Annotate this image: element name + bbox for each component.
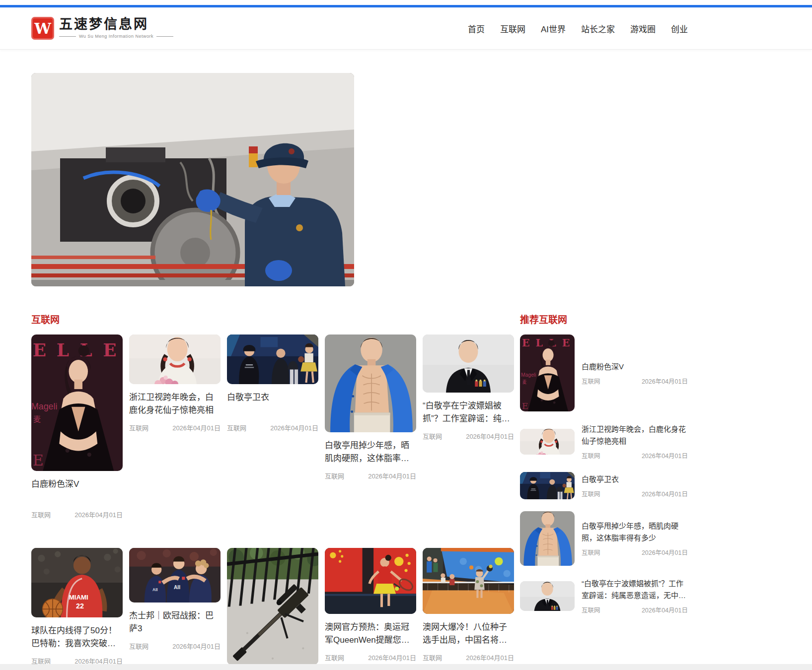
article-title[interactable]: 白敬亭卫衣 <box>227 391 318 417</box>
article-title[interactable]: 澳网大爆冷！八位种子选手出局，中国名将过关，前… <box>423 621 514 647</box>
page-footer <box>0 664 812 670</box>
recommended-item[interactable]: “白敬亭在宁波嫖娼被抓”？工作室辟谣：纯属恶意造谣，无中… 互联网2026年04… <box>520 578 688 614</box>
site-logo[interactable]: W 五速梦信息网 Wu Su Meng Information Network <box>31 17 173 40</box>
article-image[interactable] <box>227 335 318 384</box>
nav-item-gaming-circle[interactable]: 游戏圈 <box>630 22 656 35</box>
article-date: 2026年04月01日 <box>172 423 221 432</box>
article-title[interactable]: 澳网官方预热：奥运冠军QueenWen提醒您，距2025… <box>325 621 416 647</box>
article-category[interactable]: 互联网 <box>325 471 344 480</box>
article-date: 2026年04月01日 <box>74 510 123 519</box>
recommended-thumbnail <box>520 335 575 411</box>
article-title[interactable]: 杰士邦｜欧冠战报：巴萨3 <box>129 609 221 635</box>
basketball-player-photo <box>31 548 123 617</box>
article-category[interactable]: 互联网 <box>325 653 344 662</box>
nav-item-startup[interactable]: 创业 <box>671 22 688 35</box>
article-title[interactable]: 白鹿粉色深V <box>31 478 123 504</box>
site-title: 五速梦信息网 <box>59 17 173 32</box>
article-category[interactable]: 互联网 <box>423 653 442 662</box>
article-category[interactable]: 互联网 <box>129 641 148 651</box>
article-card[interactable]: 杰士邦｜欧冠战报：巴萨3 互联网2026年04月01日 <box>129 548 221 651</box>
site-header: W 五速梦信息网 Wu Su Meng Information Network … <box>0 7 812 50</box>
train-maintenance-photo <box>31 73 354 286</box>
recommended-title[interactable]: 白敬亭甩掉少年感，晒肌肉硬照，这体脂率得有多少 <box>582 520 688 544</box>
recommended-category[interactable]: 互联网 <box>582 376 600 386</box>
nav-item-home[interactable]: 首页 <box>468 22 485 35</box>
recommended-item[interactable]: 白敬亭卫衣 互联网2026年04月01日 <box>520 472 688 499</box>
stage-event-photo <box>520 472 575 499</box>
recommended-date: 2026年04月01日 <box>642 451 688 460</box>
article-card[interactable]: 浙江卫视跨年晚会，白鹿化身花仙子惊艳亮相 互联网2026年04月01日 <box>129 335 221 432</box>
recommended-title[interactable]: “白敬亭在宁波嫖娼被抓”？工作室辟谣：纯属恶意造谣，无中… <box>582 578 688 602</box>
nav-item-ai-world[interactable]: AI世界 <box>541 22 566 35</box>
elle-cover-photo <box>31 335 123 471</box>
article-image[interactable] <box>31 335 123 471</box>
recommended-thumbnail <box>520 511 575 566</box>
article-title[interactable]: 白敬亭甩掉少年感，晒肌肉硬照，这体脂率得有多少 <box>325 439 416 465</box>
nav-item-webmaster-home[interactable]: 站长之家 <box>581 22 615 35</box>
article-card[interactable]: 白敬亭甩掉少年感，晒肌肉硬照，这体脂率得有多少 互联网2026年04月01日 <box>325 335 416 480</box>
recommended-date: 2026年04月01日 <box>642 605 688 614</box>
article-image[interactable] <box>129 335 221 384</box>
black-suit-photo <box>520 581 575 611</box>
article-image[interactable] <box>227 548 318 665</box>
article-date: 2026年04月01日 <box>368 653 416 662</box>
recommended-item[interactable]: 浙江卫视跨年晚会，白鹿化身花仙子惊艳亮相 互联网2026年04月01日 <box>520 423 688 460</box>
article-image[interactable] <box>129 548 221 603</box>
article-category[interactable]: 互联网 <box>423 431 442 441</box>
recommended-category[interactable]: 互联网 <box>582 547 600 557</box>
article-title[interactable]: 浙江卫视跨年晚会，白鹿化身花仙子惊艳亮相 <box>129 391 221 417</box>
main-nav: 首页 互联网 AI世界 站长之家 游戏圈 创业 <box>468 22 688 35</box>
article-image[interactable] <box>325 548 416 614</box>
article-image[interactable] <box>325 335 416 432</box>
recommended-item[interactable]: 白敬亭甩掉少年感，晒肌肉硬照，这体脂率得有多少 互联网2026年04月01日 <box>520 511 688 566</box>
article-card[interactable]: 澳网大爆冷！八位种子选手出局，中国名将过关，前… 互联网2026年04月01日 <box>423 548 514 662</box>
hero-image[interactable] <box>31 73 354 286</box>
article-category[interactable]: 互联网 <box>129 423 148 432</box>
blue-jacket-photo <box>325 335 416 432</box>
braids-girl-photo <box>520 429 575 455</box>
article-image[interactable] <box>423 335 514 393</box>
article-category[interactable]: 互联网 <box>227 423 246 432</box>
feed-section: 互联网 白鹿粉色深V 互联网2026年04月01日 浙江卫视跨年晚会，白鹿化身花… <box>31 312 514 666</box>
recommended-category[interactable]: 互联网 <box>582 489 600 498</box>
article-card[interactable]: 白敬亭卫衣 互联网2026年04月01日 <box>227 335 318 432</box>
logo-icon: W <box>31 17 54 40</box>
recommended-item[interactable]: 白鹿粉色深V 互联网2026年04月01日 <box>520 335 688 411</box>
recommended-date: 2026年04月01日 <box>642 547 688 557</box>
article-category[interactable]: 互联网 <box>31 510 51 519</box>
blue-jacket-photo <box>520 511 575 566</box>
kids-tennis-photo <box>423 548 514 614</box>
recommended-category[interactable]: 互联网 <box>582 451 600 460</box>
article-card[interactable]: “白敬亭在宁波嫖娼被抓”？工作室辟谣：纯属恶意造谣… 互联网2026年04月01… <box>423 335 514 441</box>
recommended-category[interactable]: 互联网 <box>582 605 600 614</box>
nav-item-internet[interactable]: 互联网 <box>500 22 525 35</box>
article-card[interactable]: 澳网官方预热：奥运冠军QueenWen提醒您，距2025… 互联网2026年04… <box>325 548 416 662</box>
recommended-sidebar: 推荐互联网 白鹿粉色深V 互联网2026年04月01日 浙江卫视跨年晚会，白鹿化… <box>520 312 688 666</box>
article-title[interactable]: 球队在内线得了50分！巴特勒：我喜欢突破到内线并… <box>31 624 123 650</box>
sniper-rifle-photo <box>227 548 318 665</box>
recommended-thumbnail <box>520 429 575 455</box>
recommended-title[interactable]: 白鹿粉色深V <box>582 361 688 373</box>
article-card[interactable]: 白鹿粉色深V 互联网2026年04月01日 <box>31 335 123 519</box>
braids-girl-photo <box>129 335 221 384</box>
recommended-title[interactable]: 白敬亭卫衣 <box>582 473 688 485</box>
article-card[interactable] <box>227 548 318 665</box>
top-margin <box>0 0 812 5</box>
recommended-title[interactable]: 浙江卫视跨年晚会，白鹿化身花仙子惊艳亮相 <box>582 423 688 447</box>
article-date: 2026年04月01日 <box>368 471 416 480</box>
soccer-players-photo <box>129 548 221 603</box>
article-grid: 白鹿粉色深V 互联网2026年04月01日 浙江卫视跨年晚会，白鹿化身花仙子惊艳… <box>31 335 514 666</box>
article-date: 2026年04月01日 <box>466 431 514 441</box>
article-date: 2026年04月01日 <box>172 641 221 651</box>
article-card[interactable]: 球队在内线得了50分！巴特勒：我喜欢突破到内线并… 互联网2026年04月01日 <box>31 548 123 666</box>
recommended-date: 2026年04月01日 <box>642 489 688 498</box>
black-suit-photo <box>423 335 514 393</box>
article-image[interactable] <box>423 548 514 614</box>
recommended-date: 2026年04月01日 <box>642 376 688 386</box>
tennis-player-photo <box>325 548 416 614</box>
article-image[interactable] <box>31 548 123 617</box>
article-date: 2026年04月01日 <box>270 423 318 432</box>
article-title[interactable]: “白敬亭在宁波嫖娼被抓”？工作室辟谣：纯属恶意造谣… <box>423 400 514 425</box>
recommended-thumbnail <box>520 581 575 611</box>
elle-cover-photo <box>520 335 575 411</box>
